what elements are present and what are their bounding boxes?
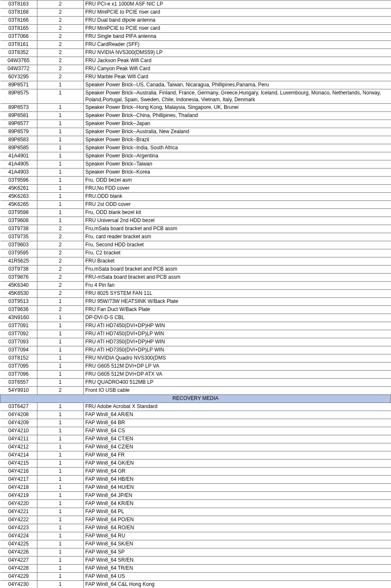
table-row: 03T83522FRU NVIDIA NVS300(DMS59) LP: [0, 49, 391, 57]
quantity: 1: [37, 209, 83, 217]
table-row: 89P85851Speaker Power Brick--India, Sout…: [0, 144, 391, 152]
table-row: 03T70931FRU ATI HD7350(DVI+DP)HP WIN: [0, 338, 391, 346]
quantity: 1: [37, 371, 83, 379]
part-number: 03T6427: [0, 403, 37, 411]
description: FRU Canyon Peak Wifi Card: [83, 65, 391, 73]
quantity: 1: [37, 492, 83, 500]
table-row: 03T96081FRU Universal 2nd HDD bezel: [0, 217, 391, 225]
quantity: 1: [37, 338, 83, 346]
part-number: 89P8581: [0, 112, 37, 120]
quantity: 1: [37, 548, 83, 557]
quantity: 1: [37, 403, 83, 411]
description: FAP Win8_64 US: [83, 573, 391, 581]
part-number: 54Y9910: [0, 387, 37, 395]
table-row: 04Y42111FAP Win8_64 CT/EN: [0, 435, 391, 443]
table-row: 03T95131FRU 95W/73W HEATSINK W/Back Plat…: [0, 298, 391, 306]
description: Speaker Power Brick--Korea: [83, 168, 391, 177]
quantity: 1: [37, 168, 83, 177]
quantity: 2: [37, 49, 83, 57]
description: FRU ATI HD7350(DVI+DP)HP WIN: [83, 338, 391, 346]
part-number: 03T7093: [0, 338, 37, 346]
table-row: 03T64271FRU Adobe Acrobat X Standard: [0, 403, 391, 411]
part-number: 04Y4227: [0, 557, 37, 565]
part-number: 04Y4230: [0, 581, 37, 588]
description: FRU ATI HD7450(DVI+DP)LP WIN: [83, 330, 391, 338]
table-row: 03T81662FRU Dual band dipole antenna: [0, 17, 391, 25]
table-row: 03T81521FRU NVIDIA Quadro NVS300(DMS: [0, 354, 391, 363]
part-number: 04Y4217: [0, 476, 37, 484]
quantity: 1: [37, 540, 83, 548]
quantity: 2: [37, 249, 83, 257]
description: FAP Win8_64 CS: [83, 427, 391, 435]
description: Fru,mSata board bracket and PCB assm: [83, 265, 391, 274]
table-row: 04Y42191FAP Win8_64 JP/EN: [0, 492, 391, 500]
quantity: 2: [37, 0, 83, 9]
table-row: 04Y42281FAP Win8_64 TR/EN: [0, 565, 391, 573]
table-row: 89P85711Speaker Power Brick--US, Canada,…: [0, 81, 391, 89]
table-row: 89P85731Speaker Power Brick--Hong Kong, …: [0, 104, 391, 112]
part-number: 03T6557: [0, 379, 37, 387]
quantity: 1: [37, 573, 83, 581]
quantity: 1: [37, 427, 83, 435]
description: FRU Adobe Acrobat X Standard: [83, 403, 391, 411]
description: Speaker Power Brick--India, South Africa: [83, 144, 391, 152]
quantity: 1: [37, 500, 83, 508]
table-row: 03T95952Fru, C2 bracket: [0, 249, 391, 257]
table-row: 04Y42291FAP Win8_64 US: [0, 573, 391, 581]
part-number: 04Y4215: [0, 460, 37, 468]
quantity: 1: [37, 419, 83, 427]
quantity: 2: [37, 41, 83, 49]
part-number: 03T8166: [0, 17, 37, 25]
description: FRU MiniPCIE to PCIE riser card: [83, 25, 391, 33]
table-row: 04W37652FRU Jackson Peak Wifi Card: [0, 57, 391, 65]
table-row: 03T97382Fru,mSata board bracket and PCB …: [0, 225, 391, 233]
description: FRU Jackson Peak Wifi Card: [83, 57, 391, 65]
quantity: 2: [37, 306, 83, 314]
part-number: 45K6530: [0, 290, 37, 298]
table-row: 04Y42091FAP Win8_64 BR: [0, 419, 391, 427]
quantity: 2: [37, 57, 83, 65]
table-row: 03T70941FRU ATI HD7350(DVI+DP)LP WIN: [0, 346, 391, 354]
table-row: 04Y42141FAP Win8_64 FR: [0, 451, 391, 460]
table-row: 04Y42181FAP Win8_64 HU/EN: [0, 484, 391, 492]
table-row: 03T65571FRU QUADRO400 512MB LP: [0, 379, 391, 387]
description: Fru, C2 bracket: [83, 249, 391, 257]
part-number: 03T8152: [0, 354, 37, 363]
description: Fru,mSata board bracket and PCB assm: [83, 225, 391, 233]
parts-table: 03T81632FRU PCI-e x1 1000M ASF NIC LP03T…: [0, 0, 391, 588]
part-number: 04Y4223: [0, 524, 37, 532]
description: FRU G605 512M DVI+DP ATX VA: [83, 371, 391, 379]
part-number: 04Y4225: [0, 540, 37, 548]
quantity: 2: [37, 225, 83, 233]
description: FAP Win8_64 RO/EN: [83, 524, 391, 532]
table-row: 43N91601DP-DVI-D-S CBL: [0, 314, 391, 322]
part-number: 03T8161: [0, 41, 37, 49]
quantity: 1: [37, 354, 83, 363]
table-row: 04Y42161FAP Win8_64 GR: [0, 468, 391, 476]
description: Front IO USB cable: [83, 387, 391, 395]
table-row: 03T81632FRU PCI-e x1 1000M ASF NIC LP: [0, 0, 391, 9]
quantity: 2: [37, 233, 83, 241]
part-number: 03T9598: [0, 209, 37, 217]
description: Speaker Power Brick--Japan: [83, 120, 391, 128]
table-row: 03T81652FRU MiniPCIE to PCIE riser card: [0, 25, 391, 33]
table-row: 03T95961Fru, ODD bezel asm: [0, 177, 391, 185]
part-number: 45K6261: [0, 185, 37, 193]
description: FRU Bracket: [83, 257, 391, 265]
table-row: 03T81682FRU MiniPCIE to PCIE riser card: [0, 9, 391, 17]
description: DP-DVI-D-S CBL: [83, 314, 391, 322]
description: FRU ATI HD7350(DVI+DP)LP WIN: [83, 346, 391, 354]
description: Speaker Power Brick--Australia, New Zeal…: [83, 128, 391, 136]
description: FRU Single band PIFA antenna: [83, 33, 391, 41]
quantity: 1: [37, 314, 83, 322]
part-number: 03T7096: [0, 371, 37, 379]
description: FRU NVIDIA Quadro NVS300(DMS: [83, 354, 391, 363]
part-number: 41R5625: [0, 257, 37, 265]
description: FRU 2st ODD cover: [83, 201, 391, 209]
description: FAP Win8_64 SR/EN: [83, 557, 391, 565]
description: Fru, Second HDD bracket: [83, 241, 391, 249]
part-number: 03T7092: [0, 330, 37, 338]
quantity: 2: [37, 265, 83, 274]
quantity: 1: [37, 581, 83, 588]
part-number: 04Y4224: [0, 532, 37, 540]
